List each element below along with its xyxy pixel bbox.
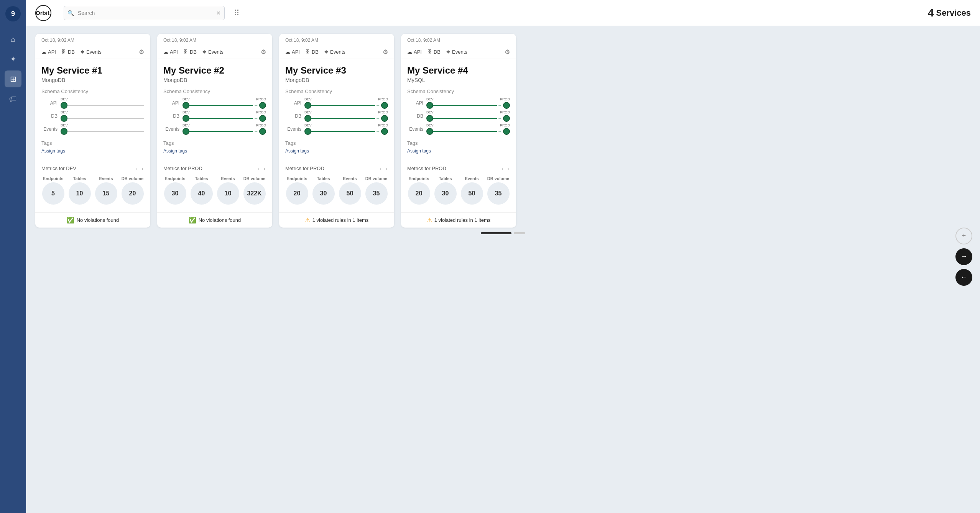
metrics-section: Metrics for DEV‹›Endpoints5Tables10Event… — [35, 160, 150, 212]
assign-tags-button[interactable]: Assign tags — [407, 148, 510, 154]
tab-events[interactable]: ❖Events — [446, 49, 467, 55]
tab-db[interactable]: 🗄DB — [305, 49, 319, 55]
settings-button[interactable]: ⚙ — [383, 48, 388, 56]
schema-arrow: → — [254, 103, 258, 108]
content-area: Oct 18, 9:02 AM☁API🗄DB❖Events⚙My Service… — [26, 26, 980, 513]
schema-dot-dev — [183, 128, 189, 135]
metrics-col-label: Tables — [439, 176, 452, 181]
metrics-section: Metrics for PROD‹›Endpoints20Tables30Eve… — [401, 160, 516, 212]
metrics-value: 50 — [339, 182, 361, 205]
dev-label: DEV — [61, 110, 68, 114]
search-container: 🔍 ✕ — [64, 6, 225, 20]
assign-tags-button[interactable]: Assign tags — [163, 148, 266, 154]
tab-db[interactable]: 🗄DB — [427, 49, 441, 55]
schema-dot-prod — [503, 128, 510, 135]
card-timestamp: Oct 18, 9:02 AM — [35, 34, 150, 45]
card-timestamp: Oct 18, 9:02 AM — [279, 34, 394, 45]
metrics-title: Metrics for PROD — [407, 166, 446, 171]
metrics-value: 20 — [286, 182, 308, 205]
metrics-next-button[interactable]: › — [506, 165, 510, 172]
schema-rows: APIDEVPROD→DBDEVPROD→EventsDEVPROD→ — [163, 97, 266, 135]
prod-label: PROD — [378, 110, 388, 114]
schema-dot-dev — [426, 102, 433, 109]
schema-dot-dev — [61, 128, 67, 135]
db-icon: 🗄 — [183, 49, 188, 55]
tab-api[interactable]: ☁API — [41, 49, 56, 55]
main-area: Orbit. 🔍 ✕ ⠿ 4 Services Oct 18, 9:02 AM☁… — [26, 0, 980, 513]
metrics-value: 40 — [191, 182, 213, 205]
dev-label: DEV — [61, 97, 68, 101]
tab-api[interactable]: ☁API — [285, 49, 300, 55]
tab-label-api: API — [48, 49, 56, 55]
schema-consistency-label: Schema Consistency — [41, 89, 144, 94]
sidebar-item-home[interactable]: ⌂ — [5, 31, 21, 48]
settings-button[interactable]: ⚙ — [505, 48, 510, 56]
metrics-title: Metrics for PROD — [285, 166, 324, 171]
card-tabs: ☁API🗄DB❖Events — [285, 49, 345, 55]
api-icon: ☁ — [407, 49, 412, 55]
tab-db[interactable]: 🗄DB — [61, 49, 75, 55]
metrics-column: Events15 — [94, 176, 118, 205]
service-card: Oct 18, 9:02 AM☁API🗄DB❖Events⚙My Service… — [35, 34, 150, 228]
metrics-col-label: Tables — [195, 176, 208, 181]
orbit-logo: Orbit. — [35, 5, 51, 21]
scroll-indicator — [35, 228, 971, 239]
schema-dot-dev — [304, 102, 311, 109]
tab-db[interactable]: 🗄DB — [183, 49, 197, 55]
metrics-prev-button[interactable]: ‹ — [501, 165, 505, 172]
metrics-prev-button[interactable]: ‹ — [379, 165, 383, 172]
metrics-title: Metrics for DEV — [41, 166, 76, 171]
status-icon: ⚠ — [305, 216, 310, 224]
api-icon: ☁ — [163, 49, 168, 55]
tab-api[interactable]: ☁API — [407, 49, 422, 55]
settings-button[interactable]: ⚙ — [261, 48, 266, 56]
schema-rows: APIDEVPROD→DBDEVPROD→EventsDEVPROD→ — [285, 97, 388, 135]
topbar: Orbit. 🔍 ✕ ⠿ 4 Services — [26, 0, 980, 26]
tags-section: TagsAssign tags — [41, 140, 144, 154]
metrics-prev-button[interactable]: ‹ — [135, 165, 139, 172]
schema-dot-prod — [503, 102, 510, 109]
card-tabs: ☁API🗄DB❖Events — [163, 49, 224, 55]
metrics-col-label: Endpoints — [165, 176, 186, 181]
tab-api[interactable]: ☁API — [163, 49, 178, 55]
schema-row-label: DB — [41, 113, 58, 119]
scroll-bar-active — [481, 232, 511, 234]
service-name: My Service #2 — [163, 65, 266, 76]
tab-label-events: Events — [86, 49, 102, 55]
prev-button[interactable]: ← — [955, 269, 972, 286]
grid-toggle-icon[interactable]: ⠿ — [234, 8, 240, 18]
schema-row: DBDEV — [41, 110, 144, 122]
next-button[interactable]: → — [955, 248, 972, 265]
metrics-prev-button[interactable]: ‹ — [257, 165, 261, 172]
search-input[interactable] — [64, 6, 225, 20]
search-clear-icon[interactable]: ✕ — [216, 10, 221, 16]
services-count-area: 4 Services — [928, 7, 971, 19]
add-service-button[interactable]: + — [955, 228, 972, 244]
card-timestamp: Oct 18, 9:02 AM — [157, 34, 272, 45]
schema-dot-prod — [259, 115, 266, 122]
dev-label: DEV — [426, 123, 434, 127]
assign-tags-button[interactable]: Assign tags — [41, 148, 144, 154]
schema-row-label: DB — [163, 113, 179, 119]
tab-events[interactable]: ❖Events — [202, 49, 224, 55]
settings-button[interactable]: ⚙ — [139, 48, 144, 56]
tags-section: TagsAssign tags — [163, 140, 266, 154]
metrics-col-label: DB volume — [487, 176, 509, 181]
sidebar-item-tags[interactable]: 🏷 — [5, 90, 21, 107]
assign-tags-button[interactable]: Assign tags — [285, 148, 388, 154]
metrics-next-button[interactable]: › — [141, 165, 144, 172]
sidebar-item-graph[interactable]: ⊞ — [5, 70, 21, 87]
sidebar-item-integrations[interactable]: ✦ — [5, 51, 21, 67]
metrics-column: Tables40 — [190, 176, 213, 205]
events-icon: ❖ — [202, 49, 207, 55]
metrics-next-button[interactable]: › — [385, 165, 388, 172]
tab-events[interactable]: ❖Events — [80, 49, 102, 55]
schema-dot-dev — [183, 115, 189, 122]
schema-track — [189, 105, 253, 106]
schema-rows: APIDEVDBDEVEventsDEV — [41, 97, 144, 135]
tab-events[interactable]: ❖Events — [324, 49, 345, 55]
metrics-column: Tables30 — [312, 176, 335, 205]
metrics-next-button[interactable]: › — [263, 165, 266, 172]
metrics-column: Endpoints5 — [41, 176, 65, 205]
schema-row: DBDEVPROD→ — [285, 110, 388, 122]
